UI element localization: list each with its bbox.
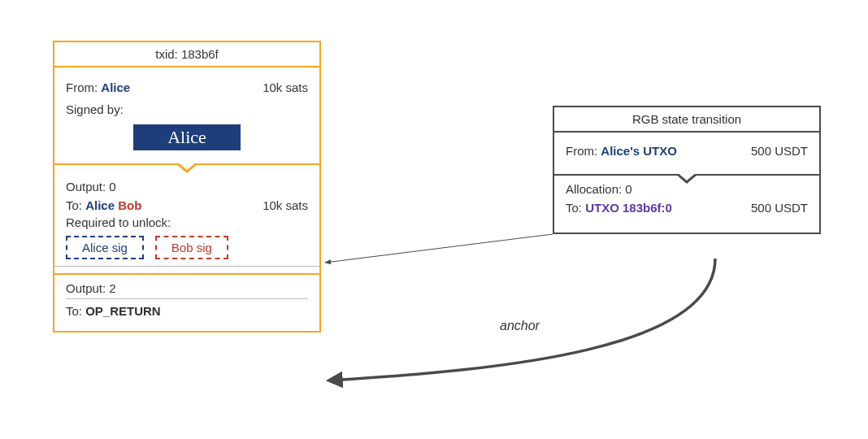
diagram-canvas: txid: 183b6f From: Alice 10k sats Signed… [0,0,868,439]
tx-title: txid: 183b6f [54,42,319,67]
allocation-amount: 500 USDT [751,201,808,215]
output0-header: Output: 0 [66,180,308,193]
from-label: From: [66,80,98,94]
output0-to-bob: Bob [118,198,141,212]
bob-sig-placeholder: Bob sig [155,236,228,259]
tx-output-2: Output: 2 To: OP_RETURN [54,275,319,331]
output0-amount: 10k sats [263,198,308,212]
input-notch-icon [176,163,198,173]
alice-sig-placeholder: Alice sig [66,236,144,259]
allocation-to-value: UTXO 183b6f:0 [585,201,672,215]
output2-to-label: To: [66,304,82,318]
rgb-input-section: From: Alice's UTXO 500 USDT [554,133,819,176]
output2-to-value: OP_RETURN [85,304,161,318]
output0-to-alice: Alice [85,198,115,212]
rgb-from-label: From: [566,144,597,158]
rgb-state-transition-box: RGB state transition From: Alice's UTXO … [553,106,821,234]
required-to-unlock-label: Required to unlock: [66,215,171,229]
rgb-notch-icon [675,174,698,184]
utxo-pointer-arrow [325,234,553,263]
allocation-header: Allocation: 0 [566,182,808,196]
rgb-allocation-section: Allocation: 0 To: UTXO 183b6f:0 500 USDT [554,176,819,233]
tx-input-section: From: Alice 10k sats Signed by: Alice [54,67,319,165]
input-amount: 10k sats [263,80,308,94]
tx-output-0: Output: 0 To: Alice Bob 10k sats Require… [54,165,319,275]
anchor-label: anchor [500,319,540,333]
output0-to-label: To: [66,198,82,212]
output2-header: Output: 2 [66,281,308,299]
allocation-to-label: To: [566,201,582,215]
bitcoin-tx-box: txid: 183b6f From: Alice 10k sats Signed… [53,41,321,333]
signed-by-label: Signed by: [66,102,308,116]
divider [54,266,319,267]
rgb-title: RGB state transition [554,107,819,133]
alice-signature-badge: Alice [133,124,241,150]
rgb-input-amount: 500 USDT [751,144,808,158]
from-value: Alice [101,80,130,94]
rgb-from-value: Alice's UTXO [601,144,677,158]
